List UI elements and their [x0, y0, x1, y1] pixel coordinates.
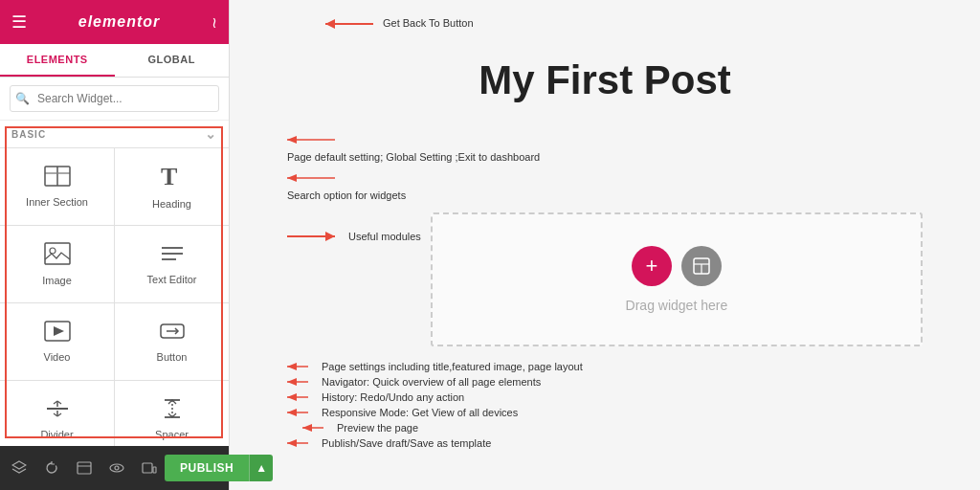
drop-zone-buttons: + — [632, 246, 722, 286]
svg-marker-32 — [325, 19, 335, 29]
button-icon — [159, 321, 186, 345]
heading-icon: T — [159, 164, 186, 192]
ann-history: History: Redo/Undo any action — [287, 390, 923, 404]
widget-spacer-label: Spacer — [155, 429, 189, 440]
ann-line-navigator — [287, 375, 316, 389]
svg-point-6 — [50, 248, 56, 254]
widget-text-editor[interactable]: Text Editor — [115, 226, 229, 302]
ann-line-history — [287, 390, 316, 404]
annotation-line-get-back — [268, 10, 383, 38]
history-icon[interactable] — [40, 457, 63, 479]
search-input[interactable] — [10, 85, 219, 112]
ann-page-settings-label: Page settings including title,featured i… — [322, 361, 583, 372]
sidebar-tabs: ELEMENTS GLOBAL — [0, 44, 229, 78]
svg-rect-5 — [45, 243, 70, 264]
canvas-area: Get Back To Button My First Post Page de… — [230, 0, 980, 490]
drop-zone: + Drag widget here — [431, 212, 923, 346]
ann-preview-label: Preview the page — [337, 422, 418, 434]
ann-line-preview — [302, 421, 331, 434]
hamburger-icon[interactable]: ☰ — [11, 11, 27, 33]
search-wrap: 🔍 — [0, 78, 229, 121]
video-icon — [44, 321, 71, 345]
search-icon: 🔍 — [15, 92, 30, 105]
svg-marker-51 — [302, 424, 312, 432]
layers-icon[interactable] — [8, 457, 31, 479]
ann-responsive-label: Responsive Mode: Get View of all devices — [322, 407, 518, 418]
ann-publish-save-label: Publish/Save draft/Save as template — [322, 437, 491, 449]
sidebar-bottom: PUBLISH ▲ — [0, 446, 229, 490]
spacer-icon — [159, 398, 186, 423]
svg-marker-43 — [287, 363, 297, 370]
svg-marker-11 — [54, 326, 64, 336]
add-widget-button[interactable]: + — [632, 246, 672, 286]
widget-image[interactable]: Image — [0, 226, 114, 302]
widget-heading[interactable]: T Heading — [115, 148, 229, 225]
svg-marker-49 — [287, 409, 297, 416]
svg-marker-24 — [12, 461, 26, 469]
svg-marker-38 — [325, 232, 335, 241]
ann-navigator-label: Navigator: Quick overview of all page el… — [322, 376, 541, 388]
publish-arrow-button[interactable]: ▲ — [249, 455, 273, 481]
navigator-icon[interactable] — [73, 457, 96, 479]
ann-publish-save: Publish/Save draft/Save as template — [287, 436, 923, 450]
annotation-line-search — [287, 170, 459, 186]
widget-video-label: Video — [44, 351, 71, 363]
annotation-useful-modules-area: Useful modules — [287, 222, 421, 251]
svg-rect-30 — [153, 467, 156, 473]
widget-heading-label: Heading — [152, 198, 191, 210]
bottom-annotations: Page settings including title,featured i… — [287, 360, 923, 450]
responsive-icon[interactable] — [138, 457, 161, 479]
annotation-get-back-label: Get Back To Button — [383, 17, 474, 29]
svg-marker-53 — [287, 439, 297, 447]
annotation-search-area: Search option for widgets — [287, 170, 923, 203]
ann-line-page-settings — [287, 360, 316, 373]
sidebar: ☰ elementor ≀ ELEMENTS GLOBAL 🔍 BASIC ⌄ — [0, 0, 230, 490]
text-editor-icon — [159, 243, 186, 268]
ann-line-responsive — [287, 406, 316, 419]
widget-spacer[interactable]: Spacer — [115, 381, 229, 446]
post-title: My First Post — [287, 57, 923, 103]
widget-image-label: Image — [42, 275, 72, 286]
ann-responsive: Responsive Mode: Get View of all devices — [287, 406, 923, 419]
widget-button[interactable]: Button — [115, 303, 229, 380]
annotation-line-useful — [287, 222, 345, 251]
widgets-grid: Inner Section T Heading Image — [0, 147, 229, 446]
tab-global[interactable]: GLOBAL — [115, 44, 230, 77]
widget-inner-section[interactable]: Inner Section — [0, 148, 114, 225]
widget-divider[interactable]: Divider — [0, 381, 114, 446]
svg-text:T: T — [161, 164, 177, 189]
annotation-page-default-area: Page default setting; Global Setting ;Ex… — [287, 132, 923, 165]
annotation-line-page-default — [287, 132, 498, 147]
widget-inner-section-label: Inner Section — [26, 196, 88, 208]
section-basic-label: BASIC ⌄ — [0, 121, 229, 147]
annotation-useful-label: Useful modules — [348, 231, 421, 242]
ann-page-settings: Page settings including title,featured i… — [287, 360, 923, 373]
divider-icon — [44, 398, 71, 423]
svg-rect-25 — [78, 462, 91, 474]
inner-section-icon — [44, 166, 71, 190]
svg-point-27 — [110, 464, 123, 472]
svg-marker-34 — [287, 136, 297, 144]
bottom-icons — [8, 457, 161, 479]
widget-button-label: Button — [157, 351, 188, 363]
sidebar-header: ☰ elementor ≀ — [0, 0, 229, 44]
grid-icon[interactable]: ≀ — [212, 13, 217, 32]
widget-divider-label: Divider — [40, 429, 73, 440]
main-content: Get Back To Button My First Post Page de… — [230, 0, 980, 490]
svg-marker-47 — [287, 393, 297, 401]
svg-marker-45 — [287, 378, 297, 386]
image-icon — [44, 242, 71, 269]
widget-video[interactable]: Video — [0, 303, 114, 380]
template-button[interactable] — [681, 246, 722, 286]
svg-marker-36 — [287, 174, 297, 182]
dropzone-row: Useful modules + Drag widget here — [287, 212, 923, 346]
ann-history-label: History: Redo/Undo any action — [322, 391, 464, 403]
annotation-search-label: Search option for widgets — [287, 189, 406, 201]
eye-icon[interactable] — [105, 457, 128, 479]
tab-elements[interactable]: ELEMENTS — [0, 44, 115, 77]
widget-text-editor-label: Text Editor — [147, 274, 197, 285]
annotation-get-back-area: Get Back To Button — [287, 10, 923, 38]
publish-button[interactable]: PUBLISH — [165, 455, 249, 481]
drop-zone-text: Drag widget here — [626, 298, 728, 313]
ann-preview: Preview the page — [287, 421, 923, 434]
